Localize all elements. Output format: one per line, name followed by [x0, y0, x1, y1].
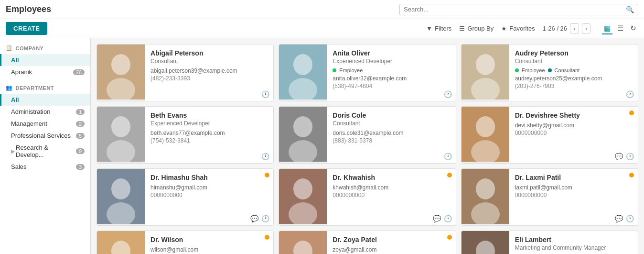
content-area: Abigail Peterson Consultant abigail.pete…	[91, 38, 644, 254]
chat-icon[interactable]: 💬	[433, 215, 441, 222]
employee-card[interactable]: Dr. Zoya Patel zoya@gmail.com 0000000000…	[279, 231, 456, 254]
chat-icon[interactable]: 💬	[250, 215, 258, 222]
status-dot	[265, 235, 269, 240]
company-section: 📋 COMPANY All Apranik 26	[0, 42, 90, 78]
action-bar: CREATE ▼ Filters ☰ Group By ★ Favorites …	[0, 19, 644, 38]
employee-card[interactable]: Dr. Wilson wilson@gmail.com 0000000000 💬…	[97, 231, 274, 254]
department-icon: 👥	[6, 85, 13, 91]
employee-card[interactable]: Abigail Peterson Consultant abigail.pete…	[97, 44, 274, 101]
employee-email: laxmi.patil@gmail.com	[515, 184, 632, 191]
sidebar-item-dept-all[interactable]: All	[0, 94, 90, 106]
employee-title: Experienced Developer	[333, 58, 450, 65]
list-view-icon[interactable]: ☰	[615, 23, 625, 34]
view-icons: ▦ ☰ ↻	[602, 23, 638, 34]
research-arrow: ▶	[11, 148, 15, 155]
employee-name: Beth Evans	[150, 111, 268, 119]
prev-page-button[interactable]: ‹	[570, 23, 579, 33]
employee-title: Consultant	[515, 58, 632, 65]
employee-phone: (538)-497-4804	[333, 83, 450, 89]
employee-card[interactable]: Anita Oliver Experienced Developer Emplo…	[279, 44, 456, 101]
card-photo	[462, 169, 509, 225]
card-photo	[279, 231, 327, 254]
employee-card[interactable]: Dr. Devishree Shetty devi.shetty@gmail.c…	[461, 106, 638, 164]
card-photo	[462, 44, 509, 101]
filter-icon: ▼	[426, 25, 432, 32]
employee-phone: 0000000000	[333, 192, 450, 199]
employee-card[interactable]: Dr. Himashu Shah himanshu@gmail.com 0000…	[97, 168, 274, 226]
clock-icon[interactable]: 🕐	[444, 153, 452, 160]
employee-name: Dr. Zoya Patel	[333, 236, 450, 243]
svg-point-1	[111, 54, 130, 75]
employee-email: devi.shetty@gmail.com	[515, 122, 632, 129]
research-badge: 9	[76, 148, 85, 154]
card-body: Dr. Himashu Shah himanshu@gmail.com 0000…	[145, 169, 273, 225]
top-bar: Employees 🔍	[0, 0, 644, 19]
chat-icon[interactable]: 💬	[615, 153, 623, 160]
tag-label: Employee	[522, 67, 545, 73]
card-body: Eli Lambert Marketing and Community Mana…	[509, 231, 638, 254]
search-bar[interactable]: 🔍	[399, 4, 638, 15]
sidebar: 📋 COMPANY All Apranik 26 👥 DEPARTMENT Al…	[0, 38, 91, 254]
card-photo	[97, 44, 145, 101]
employee-name: Eli Lambert	[515, 236, 632, 243]
employee-card[interactable]: Dr. Khwahish khwahish@gmail.com 00000000…	[279, 168, 456, 226]
sidebar-item-company-all[interactable]: All	[0, 54, 90, 66]
create-button[interactable]: CREATE	[6, 22, 47, 35]
employee-card[interactable]: Dr. Laxmi Patil laxmi.patil@gmail.com 00…	[461, 168, 638, 226]
card-body: Dr. Zoya Patel zoya@gmail.com 0000000000…	[327, 231, 455, 254]
favorites-button[interactable]: ★ Favorites	[501, 25, 535, 32]
employee-card[interactable]: Eli Lambert Marketing and Community Mana…	[461, 231, 638, 254]
clock-icon[interactable]: 🕐	[444, 90, 452, 98]
employee-email: audrey.peterson25@example.com	[515, 75, 632, 82]
employee-phone: 0000000000	[515, 130, 632, 136]
next-page-button[interactable]: ›	[582, 23, 590, 33]
clock-icon[interactable]: 🕐	[626, 90, 634, 98]
card-photo	[462, 107, 509, 163]
employee-name: Audrey Peterson	[515, 49, 632, 57]
filters-button[interactable]: ▼ Filters	[426, 25, 451, 32]
sidebar-item-sales[interactable]: Sales 3	[0, 161, 90, 173]
employee-name: Abigail Peterson	[150, 49, 268, 57]
filter-group: ▼ Filters ☰ Group By ★ Favorites 1-26 / …	[426, 23, 638, 34]
employee-phone: (482)-233-3393	[150, 75, 268, 82]
company-section-title: 📋 COMPANY	[0, 42, 90, 54]
employee-phone: (203)-276-7903	[515, 83, 632, 89]
chat-icon[interactable]: 💬	[615, 215, 623, 222]
employee-card[interactable]: Doris Cole Consultant doris.cole31@examp…	[279, 106, 456, 164]
employee-email: doris.cole31@example.com	[333, 130, 450, 136]
clock-icon[interactable]: 🕐	[626, 153, 634, 160]
employee-email: himanshu@gmail.com	[150, 184, 268, 191]
employee-card[interactable]: Beth Evans Experienced Developer beth.ev…	[97, 106, 274, 164]
employee-name: Dr. Khwahish	[333, 174, 450, 181]
employee-name: Doris Cole	[333, 111, 450, 119]
search-input[interactable]	[404, 6, 626, 13]
svg-point-19	[111, 178, 130, 199]
card-body: Abigail Peterson Consultant abigail.pete…	[145, 44, 273, 101]
search-icon: 🔍	[626, 6, 634, 13]
clock-view-icon[interactable]: ↻	[628, 23, 638, 34]
clock-icon[interactable]: 🕐	[261, 90, 269, 98]
employee-phone: 0000000000	[150, 192, 268, 199]
sidebar-item-administration[interactable]: Administration 1	[0, 106, 90, 118]
employee-name: Dr. Devishree Shetty	[515, 111, 632, 119]
status-dot	[447, 235, 452, 240]
sidebar-item-professional-services[interactable]: Professional Services 5	[0, 130, 90, 142]
department-section: 👥 DEPARTMENT All Administration 1 Manage…	[0, 82, 90, 173]
employee-card[interactable]: Audrey Peterson Consultant EmployeeConsu…	[461, 44, 638, 101]
employee-name: Dr. Wilson	[150, 236, 268, 243]
department-section-title: 👥 DEPARTMENT	[0, 82, 90, 94]
svg-point-13	[293, 116, 312, 137]
clock-icon[interactable]: 🕐	[626, 215, 634, 222]
clock-icon[interactable]: 🕐	[444, 215, 452, 222]
sidebar-item-management[interactable]: Management 2	[0, 118, 90, 130]
groupby-button[interactable]: ☰ Group By	[459, 25, 494, 32]
sidebar-item-apranik[interactable]: Apranik 26	[0, 66, 90, 78]
card-photo	[279, 107, 327, 163]
card-body: Anita Oliver Experienced Developer Emplo…	[327, 44, 455, 101]
kanban-view-icon[interactable]: ▦	[602, 23, 612, 34]
sidebar-item-research[interactable]: ▶ Research & Develop... 9	[0, 142, 90, 161]
clock-icon[interactable]: 🕐	[261, 153, 269, 160]
clock-icon[interactable]: 🕐	[261, 215, 269, 222]
card-photo	[97, 107, 145, 163]
card-body: Doris Cole Consultant doris.cole31@examp…	[327, 107, 455, 163]
